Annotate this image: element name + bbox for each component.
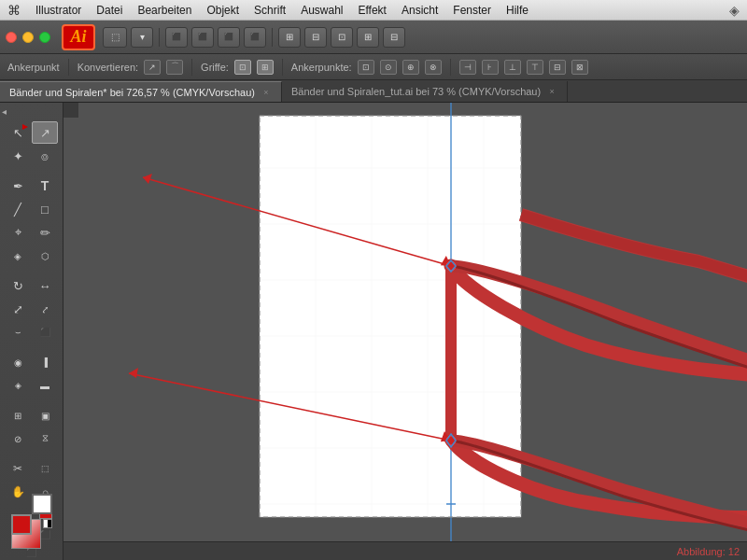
- toolbar-btn7[interactable]: ⊟: [304, 27, 327, 48]
- direct-selection-tool[interactable]: ↗: [32, 121, 58, 144]
- menu-objekt[interactable]: Objekt: [206, 4, 239, 17]
- convert-corner[interactable]: ↗: [144, 60, 161, 75]
- tool-arrow-indicator: [22, 124, 28, 130]
- hand-tool[interactable]: ✋: [5, 481, 31, 503]
- toolbar-sep2: [272, 28, 273, 47]
- tool-row-9: ⌣ ⬛: [5, 321, 58, 343]
- align-icon5[interactable]: ⊟: [549, 60, 566, 75]
- toolbar-btn10[interactable]: ⊟: [383, 27, 405, 48]
- paintbrush-tool[interactable]: ⌖: [5, 221, 31, 244]
- reshape-tool[interactable]: ⤤: [32, 298, 58, 320]
- opt-sep3: [282, 59, 283, 76]
- artboard-tool[interactable]: ⬚: [32, 457, 58, 480]
- opt-sep4: [450, 59, 451, 76]
- menu-datei[interactable]: Datei: [96, 4, 122, 17]
- minimize-button[interactable]: [22, 32, 34, 43]
- scale-tool[interactable]: ⤢: [5, 298, 31, 320]
- align-icon4[interactable]: ⊤: [527, 60, 543, 75]
- panel-collapse[interactable]: ◂: [2, 106, 9, 117]
- close-button[interactable]: [6, 32, 17, 43]
- toolbar-btn3[interactable]: ⬛: [191, 27, 214, 48]
- tool-row-10: ◉ ▐: [5, 351, 58, 373]
- symbol-tool[interactable]: ◈: [5, 374, 31, 397]
- pen-tool[interactable]: ✒: [5, 175, 31, 197]
- reflect-tool[interactable]: ↔: [32, 274, 58, 297]
- gradient-tool[interactable]: ▣: [32, 404, 58, 427]
- opt-sep2: [191, 59, 192, 76]
- menu-illustrator[interactable]: Illustrator: [35, 4, 81, 17]
- toolbar-btn5[interactable]: ⬛: [244, 27, 266, 48]
- fill-swatch[interactable]: [11, 514, 32, 535]
- tool-row-1: ↖ ↗: [5, 121, 58, 144]
- menu-hilfe[interactable]: Hilfe: [506, 4, 529, 17]
- svg-point-26: [446, 436, 456, 445]
- tab-1-close[interactable]: ×: [261, 87, 272, 98]
- maximize-button[interactable]: [39, 32, 50, 43]
- tab-2-close[interactable]: ×: [546, 86, 557, 97]
- tool-row-12: ⊞ ▣: [5, 404, 58, 427]
- konvertieren-label: Konvertieren:: [78, 62, 138, 73]
- toolbar-btn9[interactable]: ⊞: [357, 27, 379, 48]
- blob-brush-tool[interactable]: ◈: [5, 245, 31, 267]
- menu-auswahl[interactable]: Auswahl: [301, 4, 343, 17]
- toolbar-btn2[interactable]: ⬛: [165, 27, 188, 48]
- toolbar-new[interactable]: ⬚: [103, 27, 127, 48]
- menu-ansicht[interactable]: Ansicht: [402, 4, 438, 17]
- menu-effekt[interactable]: Effekt: [358, 4, 386, 17]
- ap-icon2[interactable]: ⊙: [380, 60, 397, 75]
- menu-schrift[interactable]: Schrift: [254, 4, 286, 17]
- align-icon6[interactable]: ⊠: [571, 60, 588, 75]
- tool-row-2: ✦ ⌾: [5, 145, 58, 167]
- toolbar-btn8[interactable]: ⊡: [331, 27, 353, 48]
- menu-fenster[interactable]: Fenster: [453, 4, 491, 17]
- opt-sep1: [68, 59, 69, 76]
- scissors-tool[interactable]: ✂: [5, 457, 31, 480]
- blend-tool[interactable]: ⧖: [32, 427, 58, 450]
- tab-1[interactable]: Bänder und Spiralen* bei 726,57 % (CMYK/…: [0, 81, 282, 102]
- live-paint-tool[interactable]: ▐: [32, 351, 58, 373]
- ap-icon1[interactable]: ⊡: [358, 60, 374, 75]
- lasso-tool[interactable]: ⌾: [32, 145, 58, 167]
- ankerpunkt-label: Ankerpunkt: [7, 62, 60, 73]
- illustration-canvas[interactable]: [63, 103, 747, 560]
- warp-tool[interactable]: ⌣: [5, 321, 31, 343]
- align-icon1[interactable]: ⊣: [459, 60, 476, 75]
- graph-tool[interactable]: ▬: [32, 374, 58, 397]
- rotate-tool[interactable]: ↻: [5, 274, 31, 297]
- selection-tool[interactable]: ↖: [5, 121, 31, 144]
- tool-row-7: ↻ ↔: [5, 274, 58, 297]
- canvas-area[interactable]: /* ruler ticks drawn via JS below */: [63, 103, 747, 560]
- ap-icon3[interactable]: ⊕: [402, 60, 419, 75]
- pencil-tool[interactable]: ✏: [32, 221, 58, 244]
- griff-icon1[interactable]: ⊡: [234, 60, 251, 75]
- rect-tool[interactable]: □: [32, 198, 58, 220]
- free-transform-tool[interactable]: ⬛: [32, 321, 58, 343]
- tab-2[interactable]: Bänder und Spiralen_tut.ai bei 73 % (CMY…: [282, 81, 568, 102]
- toolbar-arrow[interactable]: ▾: [131, 27, 153, 48]
- toolbar-btn6[interactable]: ⊞: [278, 27, 301, 48]
- status-text: Abbildung: 12: [677, 546, 740, 557]
- align-icon2[interactable]: ⊦: [482, 60, 499, 75]
- menu-bearbeiten[interactable]: Bearbeiten: [137, 4, 191, 17]
- ap-icon4[interactable]: ⊗: [425, 60, 442, 75]
- tool-row-4: ╱ □: [5, 198, 58, 220]
- apple-menu[interactable]: ⌘: [7, 3, 21, 18]
- tool-row-6: ◈ ⬡: [5, 245, 58, 267]
- eyedropper-tool[interactable]: ⊘: [5, 427, 31, 450]
- toolbar-btn4[interactable]: ⬛: [218, 27, 240, 48]
- tool-row-13: ⊘ ⧖: [5, 427, 58, 450]
- griffen-label: Griffe:: [201, 62, 229, 73]
- shape-builder-tool[interactable]: ◉: [5, 351, 31, 373]
- eraser-tool[interactable]: ⬡: [32, 245, 58, 267]
- line-tool[interactable]: ╱: [5, 198, 31, 220]
- stroke-swatch[interactable]: [32, 494, 52, 514]
- type-tool[interactable]: T: [32, 175, 58, 197]
- mesh-tool[interactable]: ⊞: [5, 404, 31, 427]
- ankerpunkte-label: Ankerpunkte:: [291, 62, 352, 73]
- align-icon3[interactable]: ⊥: [504, 60, 521, 75]
- griff-icon2[interactable]: ⊞: [257, 60, 274, 75]
- tab-2-label: Bänder und Spiralen_tut.ai bei 73 % (CMY…: [291, 86, 541, 97]
- tab-bar: Bänder und Spiralen* bei 726,57 % (CMYK/…: [0, 80, 747, 103]
- convert-smooth[interactable]: ⌒: [166, 60, 183, 75]
- magic-wand-tool[interactable]: ✦: [5, 145, 31, 167]
